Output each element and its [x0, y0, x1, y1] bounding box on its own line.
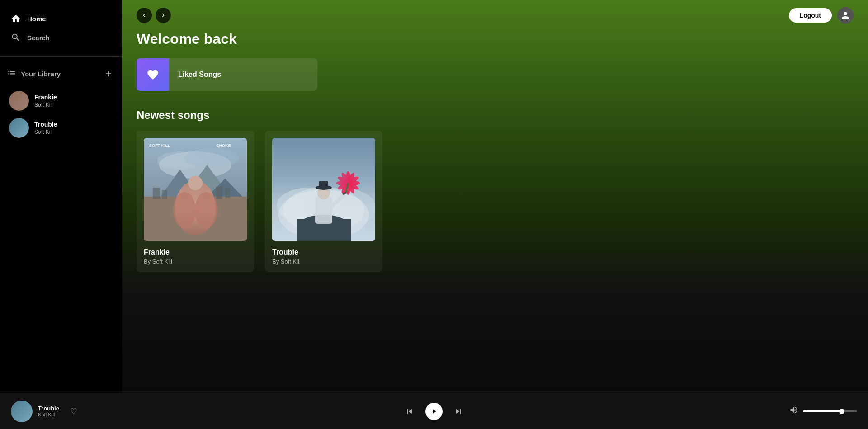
frankie-album-title: Frankie: [144, 248, 247, 256]
album-card-frankie[interactable]: SOFT KILL CHOKE Frankie By Soft Kill: [137, 131, 254, 272]
frankie-title: Frankie: [34, 94, 113, 101]
svg-point-15: [195, 192, 217, 228]
sidebar-search-label: Search: [27, 34, 50, 42]
svg-rect-10: [216, 187, 222, 199]
liked-songs-card[interactable]: Liked Songs: [137, 58, 317, 91]
search-icon: [11, 33, 21, 42]
player-like-button[interactable]: ♡: [70, 406, 77, 416]
frankie-subtitle: Soft Kill: [34, 102, 113, 108]
volume-fill: [803, 410, 842, 412]
player-thumbnail: [11, 401, 33, 422]
player-track-text: Trouble Soft Kill: [38, 405, 59, 417]
sidebar-item-search[interactable]: Search: [7, 28, 115, 47]
trouble-album-artist: By Soft Kill: [272, 258, 375, 265]
liked-songs-icon: [137, 58, 169, 91]
previous-button[interactable]: [405, 406, 415, 416]
main-body: Welcome back Liked Songs Newest songs: [122, 31, 868, 287]
trouble-avatar: [9, 118, 29, 138]
album-cover-trouble: [272, 138, 375, 241]
trouble-subtitle: Soft Kill: [34, 129, 113, 135]
play-pause-button[interactable]: [425, 403, 443, 420]
svg-point-3: [184, 148, 239, 168]
frankie-avatar: [9, 91, 29, 111]
home-icon: [11, 14, 21, 24]
library-panel: Your Library + Frankie Soft Kill Troub: [0, 57, 122, 393]
library-list-icon: [7, 69, 16, 79]
newest-songs-title: Newest songs: [137, 109, 854, 122]
sidebar-home-label: Home: [27, 15, 46, 23]
svg-text:CHOKE: CHOKE: [216, 143, 231, 148]
welcome-title: Welcome back: [137, 31, 854, 47]
forward-button[interactable]: [156, 8, 171, 23]
library-title: Your Library: [21, 70, 61, 78]
svg-rect-25: [315, 197, 332, 224]
svg-rect-8: [153, 188, 160, 199]
volume-icon: [789, 405, 798, 417]
trouble-title: Trouble: [34, 121, 113, 128]
main-content: Logout Welcome back Liked Songs Newest s: [122, 0, 868, 393]
svg-rect-28: [319, 181, 328, 189]
bottom-player: Trouble Soft Kill ♡: [0, 393, 868, 429]
next-button[interactable]: [453, 406, 463, 416]
main-header: Logout: [122, 0, 868, 31]
volume-slider[interactable]: [803, 410, 857, 412]
header-right: Logout: [789, 7, 854, 24]
frankie-album-artist: By Soft Kill: [144, 258, 247, 265]
sidebar-navigation: Home Search: [0, 0, 122, 57]
svg-rect-11: [225, 189, 230, 198]
volume-thumb[interactable]: [839, 409, 844, 414]
svg-point-14: [173, 192, 196, 228]
albums-grid: SOFT KILL CHOKE Frankie By Soft Kill: [137, 131, 854, 272]
library-header: Your Library +: [7, 64, 115, 87]
player-track-info: Trouble Soft Kill ♡: [11, 401, 146, 422]
trouble-info: Trouble Soft Kill: [34, 121, 113, 135]
back-button[interactable]: [137, 8, 152, 23]
nav-arrows: [137, 8, 171, 23]
player-controls: [146, 403, 722, 420]
trouble-album-title: Trouble: [272, 248, 375, 256]
album-card-trouble[interactable]: Trouble By Soft Kill: [265, 131, 382, 272]
user-avatar-button[interactable]: [837, 7, 854, 24]
svg-text:SOFT KILL: SOFT KILL: [149, 143, 170, 148]
player-track-artist: Soft Kill: [38, 412, 59, 417]
library-header-left: Your Library: [7, 69, 61, 79]
logout-button[interactable]: Logout: [789, 8, 832, 23]
sidebar-item-home[interactable]: Home: [7, 9, 115, 28]
frankie-info: Frankie Soft Kill: [34, 94, 113, 108]
liked-songs-label: Liked Songs: [169, 71, 230, 79]
library-add-button[interactable]: +: [102, 67, 115, 80]
svg-point-13: [188, 176, 203, 190]
library-item-frankie[interactable]: Frankie Soft Kill: [7, 87, 115, 114]
library-item-trouble[interactable]: Trouble Soft Kill: [7, 114, 115, 141]
sidebar: Home Search Your L: [0, 0, 122, 393]
svg-rect-9: [162, 190, 167, 199]
player-track-title: Trouble: [38, 405, 59, 412]
player-volume: [722, 405, 857, 417]
album-cover-frankie: SOFT KILL CHOKE: [144, 138, 247, 241]
